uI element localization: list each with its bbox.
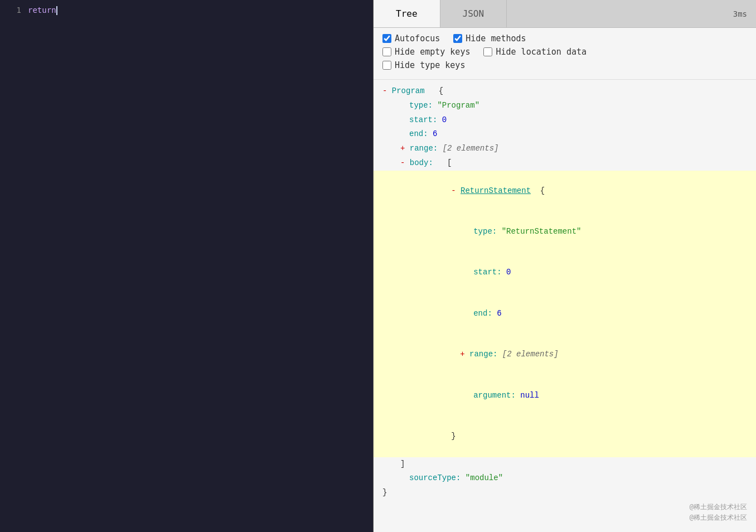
option-hide-empty-keys-label: Hide empty keys [395,47,470,57]
key-range-return: range: [469,350,497,359]
option-hide-location-data-label: Hide location data [496,47,587,57]
val-source-type: "module" [461,472,503,485]
tree-line-range-return: + range: [2 elements] [374,334,756,375]
val-argument: null [516,391,539,400]
tree-line-close-body: ] [374,457,756,472]
val-start-return: 0 [502,268,511,277]
key-type-return: type: [473,227,497,236]
tree-line-start-return: start: 0 [374,253,756,293]
options-row-1: Autofocus Hide methods [382,33,747,43]
minus-program: - [382,85,392,98]
key-source-type: sourceType: [409,472,461,485]
option-hide-empty-keys[interactable]: Hide empty keys [382,47,470,57]
key-range-program: range: [410,142,438,156]
minus-body: - [400,157,410,170]
tree-line-close-program: } [374,486,756,500]
tree-line-end-return: end: 6 [374,293,756,334]
val-body: [ [433,157,452,170]
option-autofocus[interactable]: Autofocus [382,33,440,43]
val-range-program: [2 elements] [438,142,498,156]
tab-tree[interactable]: Tree [374,0,440,27]
option-hide-location-data[interactable]: Hide location data [483,47,587,57]
option-autofocus-label: Autofocus [395,33,440,43]
option-hide-methods-label: Hide methods [466,33,526,43]
line-number-1: 1 [4,6,21,14]
tree-line-close-return: } [374,416,756,457]
keyword-return: return [28,6,56,14]
checkbox-hide-location-data[interactable] [483,47,492,56]
key-end-program: end: [409,128,428,141]
brace-return: { [531,186,545,195]
val-start-program: 0 [437,114,447,127]
options-row-3: Hide type keys [382,60,747,70]
key-body: body: [410,157,433,170]
tree-line-type-return: type: "ReturnStatement" [374,211,756,252]
tree-line-return-statement: - ReturnStatement { [374,171,756,211]
option-hide-type-keys[interactable]: Hide type keys [382,60,465,70]
key-start-program: start: [409,114,437,127]
code-line-1: 1 return [0,4,373,16]
key-type-program: type: [409,99,433,113]
tree-line-end-program: end: 6 [374,127,756,142]
plus-range-return: + [460,350,469,359]
brace-close-return: } [451,432,455,441]
node-return-statement[interactable]: ReturnStatement [461,186,531,195]
tree-line-source-type: sourceType: "module" [374,471,756,486]
checkbox-hide-empty-keys[interactable] [382,47,391,56]
brace-program: { [425,85,444,98]
val-end-program: 6 [428,128,438,141]
tree-line-type-program: type: "Program" [374,99,756,113]
key-end-return: end: [473,309,492,318]
option-hide-methods[interactable]: Hide methods [453,33,526,43]
val-range-return: [2 elements] [497,350,558,359]
key-start-return: start: [473,268,501,277]
val-type-return: "ReturnStatement" [497,227,581,236]
tree-line-program: - Program { [374,84,756,99]
right-panel-wrapper: Tree JSON 3ms Autofocus Hide methods Hid… [374,0,756,532]
tab-json[interactable]: JSON [440,0,507,27]
tree-line-range-program: + range: [2 elements] [374,142,756,156]
minus-return: - [451,186,461,195]
brace-close-program: } [382,486,387,500]
val-type-program: "Program" [433,99,479,113]
code-content-1: return [28,6,57,15]
checkbox-hide-type-keys[interactable] [382,61,391,70]
options-area: Autofocus Hide methods Hide empty keys H… [374,28,756,80]
bracket-close-body: ] [400,458,405,471]
tab-bar: Tree JSON 3ms [374,0,756,28]
checkbox-hide-methods[interactable] [453,34,462,43]
val-end-return: 6 [492,309,502,318]
tab-timing: 3ms [733,0,756,27]
tree-line-body: - body: [ [374,156,756,171]
key-argument: argument: [473,391,516,400]
right-panel: Tree JSON 3ms Autofocus Hide methods Hid… [374,0,756,532]
tree-line-start-program: start: 0 [374,113,756,128]
text-cursor [56,6,57,15]
code-editor[interactable]: 1 return [0,0,374,532]
option-hide-type-keys-label: Hide type keys [395,60,465,70]
checkbox-autofocus[interactable] [382,34,391,43]
node-program: Program [392,85,425,98]
tree-content[interactable]: - Program { type: "Program" start: 0 end… [374,80,756,532]
tree-line-argument: argument: null [374,375,756,416]
options-row-2: Hide empty keys Hide location data [382,47,747,57]
plus-range-program: + [400,142,410,156]
